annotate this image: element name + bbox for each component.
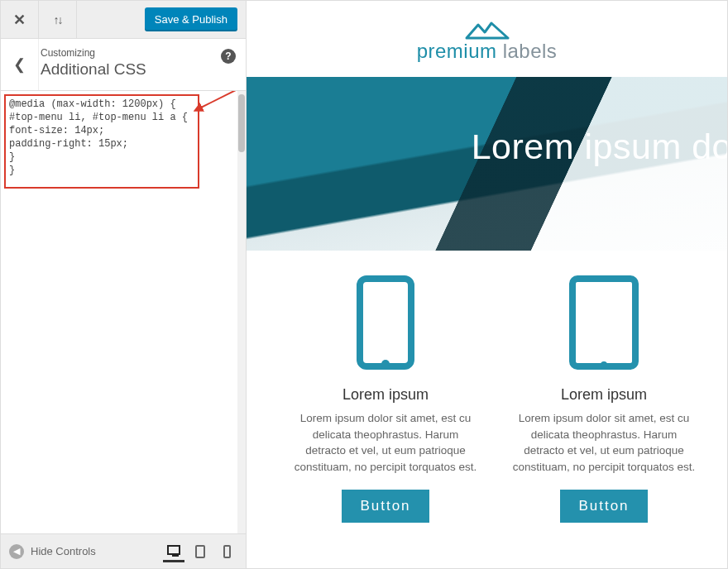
device-desktop-button[interactable] <box>163 541 184 562</box>
customizing-label: Customizing <box>41 47 234 59</box>
device-preview-group <box>163 541 237 562</box>
topbar-spacer <box>77 1 145 39</box>
close-icon: ✕ <box>13 11 26 29</box>
chevron-left-icon: ❮ <box>13 55 26 74</box>
site-preview: premium labels Lorem ipsum do Lorem ipsu… <box>247 1 727 568</box>
feature-button[interactable]: Button <box>342 490 429 523</box>
editor-scrollbar[interactable] <box>237 91 246 533</box>
reorder-icon: ↑↓ <box>54 13 62 26</box>
desktop-icon <box>167 545 180 555</box>
site-brand: premium labels <box>247 1 727 77</box>
back-button[interactable]: ❮ <box>1 39 39 90</box>
features-row: Lorem ipsum Lorem ipsum dolor sit amet, … <box>247 251 727 523</box>
tablet-icon <box>195 545 205 558</box>
brand-second-word: labels <box>496 40 557 62</box>
reorder-button[interactable]: ↑↓ <box>39 1 77 39</box>
feature-icon-wrap <box>511 275 697 370</box>
feature-card: Lorem ipsum Lorem ipsum dolor sit amet, … <box>293 275 478 523</box>
feature-button[interactable]: Button <box>560 490 647 523</box>
feature-body: Lorem ipsum dolor sit amet, est cu delic… <box>293 410 478 475</box>
feature-body: Lorem ipsum dolor sit amet, est cu delic… <box>511 410 697 475</box>
save-publish-button[interactable]: Save & Publish <box>145 7 237 31</box>
hide-controls-label[interactable]: Hide Controls <box>31 545 156 557</box>
collapse-button[interactable]: ◀ <box>9 544 24 559</box>
close-button[interactable]: ✕ <box>1 1 39 39</box>
help-button[interactable]: ? <box>221 49 236 64</box>
chevron-left-icon: ◀ <box>13 546 20 557</box>
device-mobile-button[interactable] <box>216 541 237 562</box>
hero-section: Lorem ipsum do <box>247 77 727 251</box>
customizer-topbar: ✕ ↑↓ Save & Publish <box>1 1 246 39</box>
css-editor-wrap <box>1 91 246 533</box>
feature-title: Lorem ipsum <box>293 386 478 404</box>
brand-mountain-icon <box>465 22 510 40</box>
customizer-footer: ◀ Hide Controls <box>1 533 246 568</box>
mobile-icon <box>223 545 231 558</box>
customizer-section-header: ❮ Customizing Additional CSS ? <box>1 39 246 91</box>
brand-name: premium labels <box>417 40 558 63</box>
smartphone-icon <box>357 275 414 370</box>
customizer-panel: ✕ ↑↓ Save & Publish ❮ Customizing Additi… <box>1 1 247 568</box>
section-title: Additional CSS <box>41 60 234 79</box>
additional-css-input[interactable] <box>4 94 237 533</box>
feature-title: Lorem ipsum <box>511 386 697 404</box>
editor-scrollbar-thumb[interactable] <box>238 94 245 152</box>
feature-icon-wrap <box>293 275 478 370</box>
tablet-icon <box>569 275 639 370</box>
device-tablet-button[interactable] <box>189 541 211 562</box>
hero-title: Lorem ipsum do <box>472 127 727 167</box>
help-icon: ? <box>225 50 231 62</box>
brand-first-word: premium <box>417 40 497 62</box>
feature-card: Lorem ipsum Lorem ipsum dolor sit amet, … <box>511 275 697 523</box>
